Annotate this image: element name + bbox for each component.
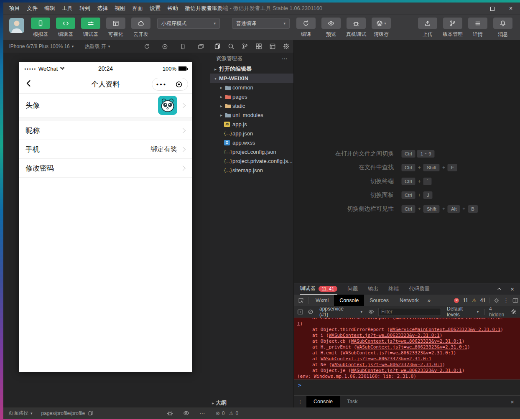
menu-item-6[interactable]: 视图: [111, 3, 129, 14]
execution-context-select[interactable]: appservice (#1) ▾: [318, 306, 364, 318]
more-options-icon[interactable]: ●●●: [152, 82, 170, 87]
console-settings-icon[interactable]: [511, 309, 517, 315]
menu-item-0[interactable]: 项目: [6, 3, 23, 14]
menu-item-2[interactable]: 编辑: [41, 3, 59, 14]
tree-item-project.config.json[interactable]: {..}project.config.json: [210, 147, 293, 156]
visualize-button[interactable]: 可视化: [105, 18, 126, 38]
more-options-icon[interactable]: ⋯: [199, 410, 205, 417]
tree-item-app.js[interactable]: JSapp.js: [210, 120, 293, 129]
package-activity-button[interactable]: [265, 43, 279, 50]
mode-select[interactable]: 小程序模式 ▾: [157, 18, 220, 29]
debugger-tab-代码质量[interactable]: 代码质量: [409, 283, 430, 295]
tree-item-app.json[interactable]: {..}app.json: [210, 129, 293, 138]
tree-item-static[interactable]: ▸static: [210, 101, 293, 110]
tree-item-common[interactable]: ▸common: [210, 83, 293, 92]
preview-eye-icon[interactable]: [183, 410, 189, 416]
stack-link[interactable]: WASubContext.js?t=we…80623323&v=2.31.0:1: [329, 333, 440, 338]
statusbar-problems[interactable]: ⊗ 0 ⚠ 0: [210, 410, 294, 416]
menu-item-10[interactable]: 微信开发者工具: [181, 3, 226, 14]
stack-link[interactable]: WASubContext.js?t=we…80623323&v=2.31.0:1: [351, 339, 462, 344]
tree-item-uni_modules[interactable]: ▸uni_modules: [210, 110, 293, 120]
menu-item-3[interactable]: 工具: [59, 3, 76, 14]
debugger-tab-问题[interactable]: 问题: [347, 283, 358, 295]
branch-activity-button[interactable]: [238, 43, 252, 50]
menu-item-8[interactable]: 设置: [146, 3, 164, 14]
minimize-target-icon[interactable]: [170, 81, 188, 88]
tree-item-MP-WEIXIN[interactable]: ▾MP-WEIXIN: [210, 74, 293, 83]
outline-section[interactable]: ▸ 大纲: [210, 398, 293, 407]
devtools-tab-Console[interactable]: Console: [334, 295, 364, 306]
vconsole-bug-icon[interactable]: [167, 410, 173, 416]
close-drawer-icon[interactable]: ×: [510, 398, 520, 405]
expand-panel-icon[interactable]: [497, 286, 502, 292]
console-sidebar-icon[interactable]: [297, 309, 303, 315]
simulator-button[interactable]: 模拟器: [30, 18, 51, 38]
more-actions-icon[interactable]: ⋯: [282, 55, 288, 62]
menu-item-7[interactable]: 界面: [129, 3, 146, 14]
devtools-tab-Sources[interactable]: Sources: [364, 295, 394, 306]
stack-link[interactable]: WASubContext.js?t=we…80623323&v=2.31.0:1: [321, 356, 431, 361]
inspect-element-icon[interactable]: [294, 298, 308, 303]
minimize-button[interactable]: —: [465, 3, 483, 14]
tree-item-打开的编辑器[interactable]: ▸打开的编辑器: [210, 64, 293, 74]
clear-console-icon[interactable]: [308, 309, 314, 315]
console-prompt[interactable]: >: [294, 379, 520, 395]
path-mode-select[interactable]: 页面路径 ▾: [8, 410, 33, 417]
stack-link[interactable]: WAServiceMainContext…80623323&v=2.31.0:: [395, 318, 503, 321]
debugger-button[interactable]: 调试器: [80, 18, 101, 38]
settings-gear-icon[interactable]: [494, 298, 500, 303]
close-panel-icon[interactable]: ×: [510, 285, 514, 293]
multi-window-icon[interactable]: [198, 43, 204, 50]
tree-item-app.wxss[interactable]: Ξapp.wxss: [210, 138, 293, 147]
profile-row-2[interactable]: 手机绑定有奖: [19, 140, 192, 159]
user-avatar[interactable]: [9, 18, 24, 33]
blocks-activity-button[interactable]: [252, 43, 265, 50]
remote-debug-button[interactable]: 真机调试: [346, 18, 367, 38]
menu-item-1[interactable]: 文件: [23, 3, 41, 14]
menu-item-9[interactable]: 帮助: [164, 3, 181, 14]
stack-link[interactable]: 1: [297, 321, 300, 326]
search-activity-button[interactable]: [224, 43, 238, 50]
device-icon[interactable]: [180, 43, 186, 50]
log-levels-select[interactable]: Default levels ▾: [445, 306, 480, 318]
hot-reload-toggle[interactable]: 热重载 开 ▾: [84, 43, 110, 50]
stack-link[interactable]: WASubContext.js?t=we…80623323&v=2.31.0:1: [351, 368, 462, 373]
stack-link[interactable]: WASubContext.js?t=we…80623323&v=2.31.0:1: [357, 344, 467, 350]
upload-button[interactable]: 上传: [417, 18, 438, 38]
profile-row-1[interactable]: 昵称: [19, 121, 192, 140]
messages-button[interactable]: 消息: [492, 18, 513, 38]
stack-link[interactable]: WASubContext.js?t=we…80623323&v=2.31.0:1: [331, 362, 442, 367]
clear-cache-button[interactable]: ▾清缓存: [371, 18, 392, 38]
debugger-tab-调试器[interactable]: 调试器11, 41: [300, 283, 337, 295]
console-filter-input[interactable]: [378, 308, 441, 316]
tree-item-pages[interactable]: ▸pages: [210, 92, 293, 101]
helm-activity-button[interactable]: [279, 43, 293, 50]
compile-select[interactable]: 普通编译 ▾: [232, 18, 290, 29]
record-icon[interactable]: [162, 43, 168, 50]
devtools-tab-Network[interactable]: Network: [394, 295, 424, 306]
stack-link[interactable]: WASubContext.js?t=we…80623323&v=2.31.0:1: [343, 350, 454, 356]
files-activity-button[interactable]: [210, 43, 224, 50]
debugger-tab-输出[interactable]: 输出: [368, 283, 378, 295]
drawer-tab-Task[interactable]: Task: [340, 396, 365, 407]
dock-side-icon[interactable]: [512, 298, 518, 303]
menu-item-4[interactable]: 转到: [76, 3, 94, 14]
devtools-tab-Wxml[interactable]: Wxml: [310, 295, 334, 306]
editor-button[interactable]: 编辑器: [55, 18, 76, 38]
live-expression-icon[interactable]: [368, 309, 374, 315]
details-button[interactable]: 详情: [467, 18, 488, 38]
profile-row-3[interactable]: 修改密码: [19, 159, 192, 178]
copy-path-icon[interactable]: [88, 410, 93, 416]
version-control-button[interactable]: 版本管理: [442, 18, 463, 38]
restart-icon[interactable]: [144, 43, 150, 50]
menu-item-5[interactable]: 选择: [94, 3, 111, 14]
profile-row-0[interactable]: 头像: [19, 94, 192, 117]
more-tabs-icon[interactable]: »: [424, 297, 434, 303]
close-button[interactable]: ×: [502, 3, 520, 14]
drawer-tab-Console[interactable]: Console: [306, 396, 340, 407]
cloud-dev-button[interactable]: 云开发: [130, 18, 151, 38]
tree-item-sitemap.json[interactable]: {..}sitemap.json: [210, 165, 293, 175]
kebab-menu-icon[interactable]: ⋮: [503, 297, 509, 303]
preview-button[interactable]: 预览: [321, 18, 342, 38]
maximize-button[interactable]: [483, 3, 502, 14]
